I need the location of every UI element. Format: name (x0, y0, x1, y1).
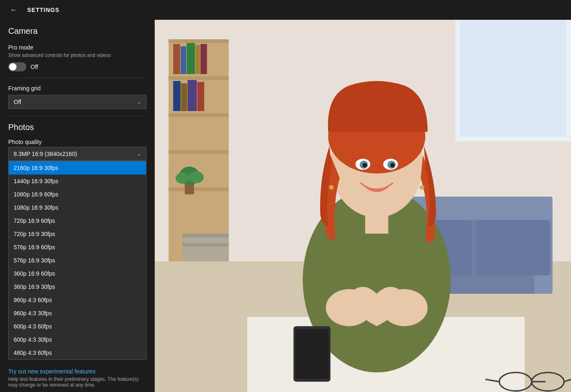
pro-mode-toggle-container: Off (8, 62, 146, 71)
svg-rect-9 (173, 44, 180, 74)
pro-mode-toggle[interactable] (8, 62, 26, 71)
experimental-section: Try out new experimental features Help t… (8, 368, 146, 388)
svg-rect-15 (181, 83, 187, 111)
experimental-title[interactable]: Try out new experimental features (8, 368, 146, 375)
svg-rect-16 (188, 80, 197, 111)
pro-mode-group: Pro mode Show advanced controls for phot… (8, 44, 146, 71)
svg-point-45 (390, 163, 395, 168)
divider-2 (8, 116, 146, 116)
back-button[interactable]: ← (7, 4, 21, 16)
framing-grid-label: Framing grid (8, 85, 146, 92)
svg-rect-7 (169, 150, 229, 154)
svg-rect-10 (181, 46, 186, 74)
svg-rect-4 (169, 39, 229, 43)
dropdown-option-3[interactable]: 1080p 16:9 30fps (9, 201, 146, 214)
camera-preview-image (155, 20, 571, 392)
framing-grid-group: Framing grid Off ⌄ (8, 85, 146, 109)
svg-rect-8 (169, 187, 229, 191)
experimental-description: Help test features in their preliminary … (8, 376, 146, 388)
divider-1 (8, 78, 146, 78)
main-content: Camera Pro mode Show advanced controls f… (0, 20, 571, 392)
chevron-down-icon-2: ⌄ (137, 151, 141, 157)
dropdown-option-9[interactable]: 360p 16:9 30fps (9, 280, 146, 293)
svg-rect-32 (182, 243, 229, 247)
dropdown-option-11[interactable]: 960p 4:3 30fps (9, 307, 146, 320)
toggle-slider (8, 62, 26, 71)
photo-quality-dropdown-list: 2160p 16:9 30fps 1440p 16:9 30fps 1080p … (8, 161, 146, 360)
page-title: SETTINGS (27, 7, 59, 13)
svg-point-44 (362, 163, 367, 168)
photo-quality-label: Photo quality (8, 139, 146, 145)
svg-rect-6 (169, 113, 229, 117)
framing-grid-dropdown-container: Off ⌄ (8, 95, 146, 109)
svg-rect-34 (460, 20, 566, 137)
svg-rect-31 (182, 234, 229, 237)
svg-point-49 (420, 185, 424, 190)
chevron-down-icon: ⌄ (137, 99, 141, 105)
dropdown-option-8[interactable]: 360p 16:9 60fps (9, 267, 146, 280)
svg-rect-17 (197, 82, 204, 111)
dropdown-option-4[interactable]: 720p 16:9 60fps (9, 214, 146, 227)
dropdown-option-5[interactable]: 720p 16:9 30fps (9, 227, 146, 241)
back-icon: ← (10, 6, 17, 14)
camera-preview (155, 20, 571, 392)
pro-mode-toggle-label: Off (31, 64, 38, 70)
svg-rect-12 (196, 45, 200, 74)
photo-quality-dropdown[interactable]: 8.3MP 16:9 (3840x2160) ⌄ (8, 147, 146, 161)
pro-mode-description: Show advanced controls for photos and vi… (8, 52, 146, 58)
dropdown-option-2[interactable]: 1080p 16:9 60fps (9, 188, 146, 201)
dropdown-option-12[interactable]: 600p 4:3 60fps (9, 320, 146, 333)
photo-quality-dropdown-container: 8.3MP 16:9 (3840x2160) ⌄ 2160p 16:9 30fp… (8, 147, 146, 360)
dropdown-option-13[interactable]: 600p 4:3 30fps (9, 333, 146, 346)
camera-heading: Camera (8, 26, 146, 36)
dropdown-option-0[interactable]: 2160p 16:9 30fps (9, 161, 146, 175)
svg-rect-51 (295, 329, 329, 379)
sidebar: Camera Pro mode Show advanced controls f… (0, 20, 155, 392)
title-bar: ← SETTINGS (0, 0, 571, 20)
camera-section: Camera Pro mode Show advanced controls f… (8, 26, 146, 109)
pro-mode-label: Pro mode (8, 44, 146, 51)
svg-point-48 (329, 185, 334, 190)
svg-rect-14 (173, 81, 181, 111)
framing-grid-value: Off (14, 99, 21, 105)
svg-rect-30 (182, 234, 229, 261)
svg-point-21 (189, 171, 204, 183)
svg-point-20 (175, 172, 189, 184)
svg-rect-5 (169, 76, 229, 80)
photos-section: Photos Photo quality 8.3MP 16:9 (3840x21… (8, 123, 146, 360)
dropdown-option-14[interactable]: 480p 4:3 60fps (9, 346, 146, 359)
svg-rect-11 (186, 43, 195, 74)
dropdown-option-1[interactable]: 1440p 16:9 30fps (9, 175, 146, 188)
app-container: ← SETTINGS Camera Pro mode Show advanced… (0, 0, 571, 392)
photo-quality-value: 8.3MP 16:9 (3840x2160) (14, 151, 77, 157)
dropdown-option-10[interactable]: 960p 4:3 60fps (9, 293, 146, 307)
dropdown-option-6[interactable]: 576p 16:9 60fps (9, 241, 146, 254)
framing-grid-dropdown[interactable]: Off ⌄ (8, 95, 146, 109)
photos-heading: Photos (8, 123, 146, 132)
photo-quality-group: Photo quality 8.3MP 16:9 (3840x2160) ⌄ 2… (8, 139, 146, 360)
dropdown-option-7[interactable]: 576p 16:9 30fps (9, 254, 146, 267)
svg-rect-27 (476, 220, 550, 276)
svg-rect-13 (201, 44, 207, 74)
